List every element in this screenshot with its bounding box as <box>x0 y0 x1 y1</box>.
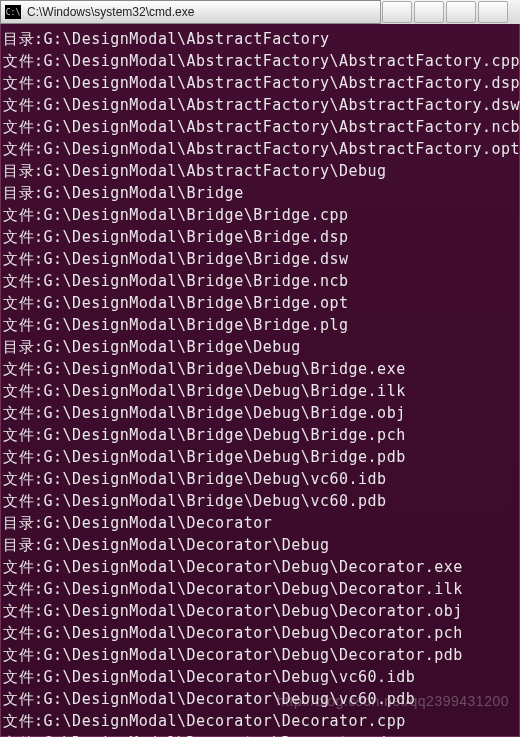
output-line: 文件: G:\DesignModal\AbstractFactory\Abstr… <box>3 50 517 72</box>
path-text: G:\DesignModal\Bridge\Debug\Bridge.obj <box>44 402 517 424</box>
output-line: 文件: G:\DesignModal\Bridge\Bridge.plg <box>3 314 517 336</box>
path-text: G:\DesignModal\Decorator\Debug\vc60.idb <box>44 666 517 688</box>
file-label: 文件: <box>3 94 44 116</box>
output-line: 文件: G:\DesignModal\Bridge\Debug\Bridge.i… <box>3 380 517 402</box>
output-line: 目录: G:\DesignModal\AbstractFactory\Debug <box>3 160 517 182</box>
file-label: 文件: <box>3 50 44 72</box>
path-text: G:\DesignModal\AbstractFactory <box>44 28 517 50</box>
file-label: 文件: <box>3 490 44 512</box>
path-text: G:\DesignModal\Bridge\Bridge.dsp <box>44 226 517 248</box>
file-label: 文件: <box>3 116 44 138</box>
path-text: G:\DesignModal\Decorator\Debug\Decorator… <box>44 600 517 622</box>
output-line: 文件: G:\DesignModal\AbstractFactory\Abstr… <box>3 72 517 94</box>
path-text: G:\DesignModal\Bridge\Debug\Bridge.pdb <box>44 446 517 468</box>
file-label: 文件: <box>3 138 44 160</box>
title-bar[interactable]: C:\ C:\Windows\system32\cmd.exe <box>0 0 520 24</box>
dir-label: 目录: <box>3 28 44 50</box>
output-line: 文件: G:\DesignModal\Decorator\Debug\Decor… <box>3 622 517 644</box>
path-text: G:\DesignModal\Bridge\Bridge.ncb <box>44 270 517 292</box>
output-line: 文件: G:\DesignModal\Decorator\Debug\Decor… <box>3 644 517 666</box>
output-line: 文件: G:\DesignModal\AbstractFactory\Abstr… <box>3 138 517 160</box>
file-label: 文件: <box>3 292 44 314</box>
terminal-output[interactable]: 目录: G:\DesignModal\AbstractFactory文件: G:… <box>0 24 520 737</box>
dir-label: 目录: <box>3 336 44 358</box>
file-label: 文件: <box>3 732 44 737</box>
output-line: 文件: G:\DesignModal\Decorator\Decorator.c… <box>3 710 517 732</box>
path-text: G:\DesignModal\AbstractFactory\AbstractF… <box>44 72 520 94</box>
output-line: 文件: G:\DesignModal\Bridge\Bridge.dsp <box>3 226 517 248</box>
output-line: 文件: G:\DesignModal\Bridge\Bridge.ncb <box>3 270 517 292</box>
file-label: 文件: <box>3 380 44 402</box>
path-text: G:\DesignModal\AbstractFactory\AbstractF… <box>44 94 520 116</box>
output-line: 文件: G:\DesignModal\Decorator\Debug\Decor… <box>3 578 517 600</box>
file-label: 文件: <box>3 710 44 732</box>
output-line: 文件: G:\DesignModal\AbstractFactory\Abstr… <box>3 94 517 116</box>
output-line: 文件: G:\DesignModal\Bridge\Debug\Bridge.e… <box>3 358 517 380</box>
path-text: G:\DesignModal\Bridge\Debug\Bridge.pch <box>44 424 517 446</box>
path-text: G:\DesignModal\AbstractFactory\AbstractF… <box>44 50 520 72</box>
path-text: G:\DesignModal\Decorator\Decorator.dsp <box>44 732 517 737</box>
file-label: 文件: <box>3 622 44 644</box>
path-text: G:\DesignModal\Bridge <box>44 182 517 204</box>
file-label: 文件: <box>3 666 44 688</box>
path-text: G:\DesignModal\Decorator\Debug\Decorator… <box>44 622 517 644</box>
taskbar-item[interactable] <box>382 1 412 23</box>
output-line: 文件: G:\DesignModal\Bridge\Bridge.cpp <box>3 204 517 226</box>
output-line: 文件: G:\DesignModal\Decorator\Debug\Decor… <box>3 556 517 578</box>
output-line: 目录: G:\DesignModal\Decorator <box>3 512 517 534</box>
output-line: 文件: G:\DesignModal\Bridge\Bridge.dsw <box>3 248 517 270</box>
output-line: 文件: G:\DesignModal\Decorator\Debug\Decor… <box>3 600 517 622</box>
output-line: 文件: G:\DesignModal\Bridge\Debug\Bridge.o… <box>3 402 517 424</box>
dir-label: 目录: <box>3 182 44 204</box>
dir-label: 目录: <box>3 512 44 534</box>
output-line: 文件: G:\DesignModal\Bridge\Debug\vc60.pdb <box>3 490 517 512</box>
path-text: G:\DesignModal\Decorator\Debug\Decorator… <box>44 556 517 578</box>
output-line: 文件: G:\DesignModal\Bridge\Debug\vc60.idb <box>3 468 517 490</box>
file-label: 文件: <box>3 556 44 578</box>
taskbar-item[interactable] <box>414 1 444 23</box>
file-label: 文件: <box>3 314 44 336</box>
path-text: G:\DesignModal\Bridge\Debug\Bridge.exe <box>44 358 517 380</box>
file-label: 文件: <box>3 688 44 710</box>
cmd-icon: C:\ <box>5 5 21 19</box>
taskbar-item[interactable] <box>446 1 476 23</box>
path-text: G:\DesignModal\Decorator\Debug <box>44 534 517 556</box>
file-label: 文件: <box>3 248 44 270</box>
dir-label: 目录: <box>3 534 44 556</box>
output-line: 文件: G:\DesignModal\Bridge\Bridge.opt <box>3 292 517 314</box>
path-text: G:\DesignModal\Bridge\Bridge.cpp <box>44 204 517 226</box>
file-label: 文件: <box>3 600 44 622</box>
path-text: G:\DesignModal\Decorator <box>44 512 517 534</box>
output-line: 文件: G:\DesignModal\AbstractFactory\Abstr… <box>3 116 517 138</box>
file-label: 文件: <box>3 402 44 424</box>
path-text: G:\DesignModal\Bridge\Debug <box>44 336 517 358</box>
path-text: G:\DesignModal\AbstractFactory\AbstractF… <box>44 138 520 160</box>
window-title: C:\Windows\system32\cmd.exe <box>27 5 194 19</box>
output-line: 文件: G:\DesignModal\Decorator\Decorator.d… <box>3 732 517 737</box>
path-text: G:\DesignModal\Decorator\Debug\Decorator… <box>44 644 517 666</box>
path-text: G:\DesignModal\Bridge\Bridge.opt <box>44 292 517 314</box>
path-text: G:\DesignModal\Bridge\Bridge.dsw <box>44 248 517 270</box>
file-label: 文件: <box>3 578 44 600</box>
output-line: 文件: G:\DesignModal\Bridge\Debug\Bridge.p… <box>3 424 517 446</box>
file-label: 文件: <box>3 446 44 468</box>
file-label: 文件: <box>3 644 44 666</box>
file-label: 文件: <box>3 358 44 380</box>
path-text: G:\DesignModal\Bridge\Debug\vc60.idb <box>44 468 517 490</box>
file-label: 文件: <box>3 226 44 248</box>
path-text: G:\DesignModal\AbstractFactory\AbstractF… <box>44 116 520 138</box>
file-label: 文件: <box>3 424 44 446</box>
taskbar-item[interactable] <box>478 1 508 23</box>
path-text: G:\DesignModal\Bridge\Debug\vc60.pdb <box>44 490 517 512</box>
file-label: 文件: <box>3 270 44 292</box>
file-label: 文件: <box>3 204 44 226</box>
output-line: 文件: G:\DesignModal\Decorator\Debug\vc60.… <box>3 688 517 710</box>
path-text: G:\DesignModal\Bridge\Debug\Bridge.ilk <box>44 380 517 402</box>
output-line: 目录: G:\DesignModal\AbstractFactory <box>3 28 517 50</box>
path-text: G:\DesignModal\Decorator\Debug\vc60.pdb <box>44 688 517 710</box>
path-text: G:\DesignModal\Decorator\Decorator.cpp <box>44 710 517 732</box>
output-line: 目录: G:\DesignModal\Bridge <box>3 182 517 204</box>
path-text: G:\DesignModal\Decorator\Debug\Decorator… <box>44 578 517 600</box>
file-label: 文件: <box>3 72 44 94</box>
file-label: 文件: <box>3 468 44 490</box>
